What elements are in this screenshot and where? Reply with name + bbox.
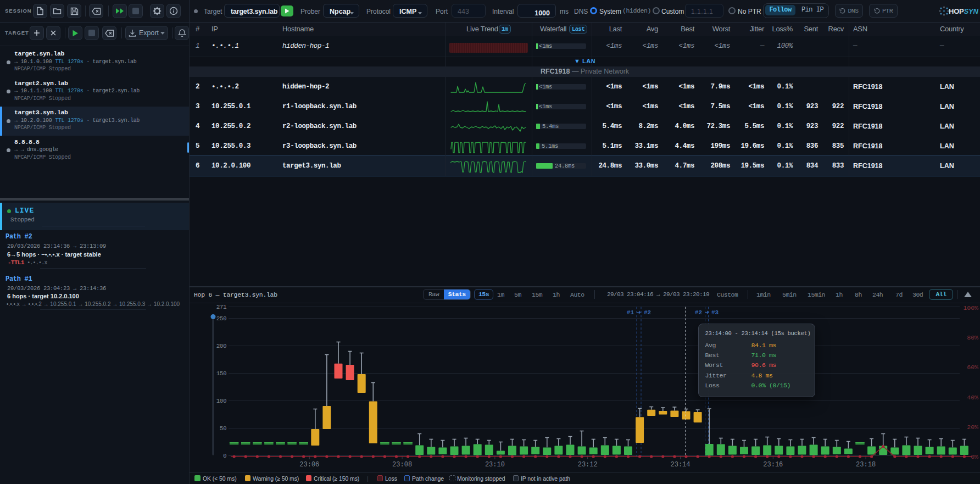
svg-text:23:08: 23:08 (392, 461, 412, 469)
svg-text:#2: #2 (695, 309, 702, 316)
svg-text:23:06: 23:06 (299, 461, 319, 469)
svg-text:23:14: 23:14 (670, 461, 690, 469)
svg-text:23:12: 23:12 (578, 461, 598, 469)
svg-text:150: 150 (216, 370, 226, 377)
svg-text:100: 100 (216, 398, 226, 404)
svg-text:250: 250 (216, 315, 226, 322)
svg-text:#3: #3 (711, 309, 719, 316)
svg-text:100%: 100% (963, 304, 978, 311)
svg-text:#2: #2 (644, 309, 651, 316)
svg-text:23:10: 23:10 (485, 461, 505, 469)
svg-text:40%: 40% (967, 394, 978, 401)
svg-text:23:16: 23:16 (763, 461, 783, 469)
svg-text:#1: #1 (627, 309, 634, 316)
svg-text:60%: 60% (967, 364, 978, 371)
svg-text:271: 271 (216, 304, 227, 310)
svg-text:80%: 80% (967, 334, 978, 341)
svg-text:23:18: 23:18 (856, 461, 876, 469)
svg-text:200: 200 (216, 343, 226, 349)
svg-text:50: 50 (220, 425, 226, 432)
svg-text:0: 0 (223, 453, 226, 459)
svg-text:20%: 20% (967, 424, 978, 431)
